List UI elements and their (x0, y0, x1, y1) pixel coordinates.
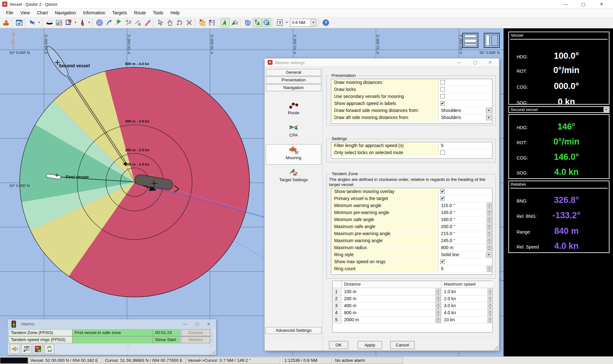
pan-hand-icon[interactable] (166, 18, 175, 27)
speed-cell[interactable]: 4.0 kn▲▼ (441, 309, 493, 316)
dropdown-button[interactable]: ▼ (486, 108, 491, 113)
setting-value[interactable]: Shoulders▼ (439, 114, 492, 121)
menu-information[interactable]: Information (79, 10, 109, 15)
speed-cell[interactable]: 1.0 kn▲▼ (441, 288, 493, 295)
speed-spinner[interactable]: ▲▼ (488, 289, 493, 295)
alarms-close-button[interactable]: ✕ (203, 320, 214, 328)
globe-follow-icon[interactable] (262, 18, 271, 27)
window-check-icon[interactable] (15, 18, 24, 27)
setting-value[interactable]: 145.0 °▲▼ (439, 209, 492, 216)
checkbox[interactable]: ✔ (440, 189, 445, 194)
distance-spinner[interactable]: ▲▼ (436, 296, 441, 302)
layout-split-vertical-icon[interactable] (484, 33, 500, 48)
distance-spinner[interactable]: ▲▼ (436, 303, 441, 309)
pilot-hat-icon[interactable] (45, 18, 54, 27)
north-compass-icon-dropdown[interactable]: ▼ (87, 19, 91, 27)
speed-spinner[interactable]: ▲▼ (488, 303, 493, 309)
snooze-button[interactable]: Snooze (181, 336, 210, 343)
speed-spinner[interactable]: ▲▼ (488, 296, 493, 302)
text-label-icon-dropdown[interactable]: ▼ (285, 19, 289, 27)
setting-value[interactable]: Solid line▼ (439, 251, 492, 258)
close-button[interactable]: ✕ (594, 0, 609, 8)
distance-cell[interactable]: 2000 m▲▼ (341, 316, 441, 323)
undo-icon[interactable] (175, 18, 184, 27)
dialog-resize-grip[interactable] (494, 345, 498, 350)
distance-spinner[interactable]: ▲▼ (436, 317, 441, 323)
north-compass-icon[interactable]: N (78, 18, 87, 27)
maximize-button[interactable]: ▢ (576, 0, 591, 8)
setting-value[interactable]: ✔ (439, 100, 492, 107)
delete-x-icon[interactable] (185, 18, 194, 27)
route-add-icon[interactable] (114, 18, 123, 27)
setting-value[interactable] (439, 79, 492, 86)
target-rings-icon[interactable] (95, 18, 104, 27)
spinner[interactable]: ▲▼ (487, 231, 492, 237)
menu-navigation[interactable]: Navigation (51, 10, 79, 15)
speed-spinner[interactable]: ▲▼ (488, 317, 493, 323)
checkbox[interactable] (440, 87, 445, 92)
cancel-button[interactable]: Cancel (390, 341, 415, 349)
menu-tools[interactable]: Tools (149, 10, 167, 15)
dropdown-button[interactable]: ▼ (486, 252, 491, 257)
snooze-button[interactable]: Snooze (181, 329, 210, 336)
vessel-selector[interactable]: Second vessel▼ (508, 106, 609, 113)
vessel-selector-dropdown[interactable]: ▼ (603, 107, 609, 112)
setting-value[interactable] (439, 93, 492, 100)
checkbox[interactable]: ✔ (440, 259, 445, 264)
refresh-icon[interactable] (44, 344, 54, 354)
bearing-arrow-icon[interactable] (105, 18, 114, 27)
sidebar-item-mooring[interactable]: Mooring (266, 144, 321, 165)
mark-flag-icon[interactable] (64, 18, 73, 27)
spinner[interactable]: ▲▼ (487, 266, 492, 272)
menu-targets[interactable]: Targets (109, 10, 131, 15)
copy-icon[interactable] (198, 18, 207, 27)
sidebar-tab-general[interactable]: General (266, 69, 321, 76)
tug-icon[interactable] (2, 18, 11, 27)
ok-button[interactable]: OK (329, 341, 348, 349)
globe-net-icon[interactable] (243, 18, 252, 27)
menu-view[interactable]: View (17, 10, 34, 15)
antenna-follow-icon[interactable] (253, 18, 262, 27)
menu-file[interactable]: File (3, 10, 17, 15)
menu-help[interactable]: Help (167, 10, 183, 15)
setting-value[interactable] (439, 86, 492, 93)
setting-value[interactable] (439, 149, 492, 156)
checkbox[interactable] (440, 150, 445, 155)
route-delete-icon[interactable] (133, 18, 142, 27)
distance-cell[interactable]: 200 m▲▼ (341, 295, 441, 302)
spinner[interactable]: ▲▼ (487, 245, 492, 251)
distance-spinner[interactable]: ▲▼ (436, 310, 441, 316)
range-dropdown-button[interactable]: ▼ (310, 19, 316, 26)
apply-button[interactable]: Apply (358, 341, 382, 349)
pencil-icon[interactable] (143, 18, 152, 27)
setting-value[interactable]: ✔ (439, 258, 492, 265)
speaker-icon[interactable] (10, 344, 20, 354)
setting-value[interactable]: 200.0 °▲▼ (439, 223, 492, 230)
setting-value[interactable]: 5 (439, 142, 492, 149)
spinner[interactable]: ▲▼ (487, 224, 492, 230)
distance-spinner[interactable]: ▲▼ (436, 289, 441, 295)
dialog-minimize-button[interactable]: — (453, 59, 466, 66)
checkbox[interactable] (440, 94, 445, 99)
layers-icon-dropdown[interactable]: ▼ (37, 19, 41, 27)
layers-icon[interactable] (28, 18, 37, 27)
chart-image-icon[interactable] (55, 18, 64, 27)
spinner[interactable]: ▲▼ (487, 210, 492, 216)
sidebar-item-target-settings[interactable]: Target Settings (266, 168, 321, 182)
minimize-button[interactable]: — (558, 0, 573, 8)
dialog-close-button[interactable]: ✕ (484, 59, 497, 66)
louk-icon[interactable]: LOUK (33, 344, 43, 354)
setting-value[interactable]: Shoulders▼ (439, 107, 492, 114)
follow-cursor-icon[interactable] (230, 18, 239, 27)
spinner[interactable]: ▲▼ (487, 238, 492, 244)
checkbox[interactable]: ✔ (440, 196, 445, 201)
alarms-minimize-button[interactable]: — (180, 320, 191, 328)
setting-value[interactable]: 115.0 °▲▼ (439, 202, 492, 209)
follow-vessel-icon[interactable] (221, 18, 229, 27)
select-cursor-icon[interactable] (156, 18, 165, 27)
setting-value[interactable]: 5▲▼ (439, 265, 492, 272)
menu-chart[interactable]: Chart (34, 10, 51, 15)
mark-flag-icon-dropdown[interactable]: ▼ (73, 19, 78, 27)
speed-cell[interactable]: 3.0 kn▲▼ (441, 302, 493, 309)
spinner[interactable]: ▲▼ (487, 217, 492, 223)
